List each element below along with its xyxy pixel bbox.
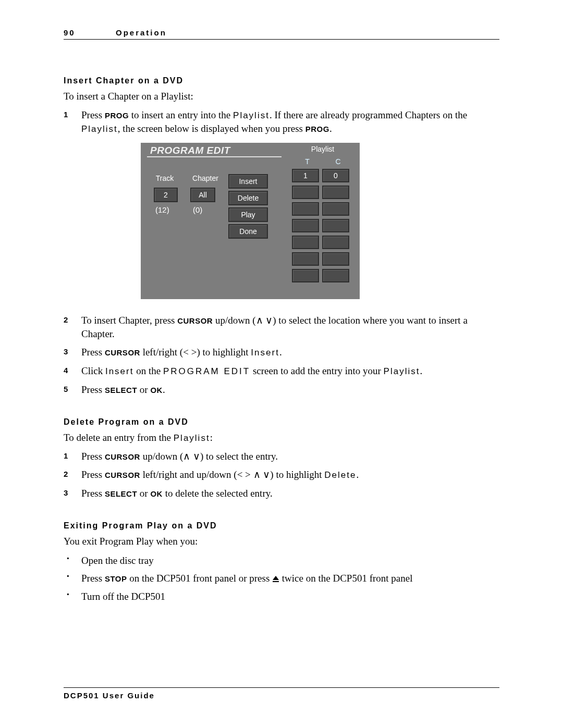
insert-steps-cont: To insert Chapter, press CURSOR up/down …	[64, 314, 499, 397]
playlist-cell-t[interactable]	[292, 236, 319, 249]
intro-insert: To insert a Chapter on a Playlist:	[64, 91, 499, 102]
chapter-total: (0)	[193, 205, 202, 214]
track-total: (12)	[155, 205, 169, 214]
playlist-row	[292, 202, 353, 216]
delete-steps: Press CURSOR up/down (∧ ∨) to select the…	[64, 450, 499, 500]
playlist-row	[292, 236, 353, 249]
playlist-row	[292, 252, 353, 266]
playlist-cell-c[interactable]	[322, 236, 349, 249]
header-rule: 90 Operation	[64, 28, 499, 40]
playlist-cell-t[interactable]	[292, 252, 319, 266]
chapter-value-box[interactable]: All	[190, 188, 215, 202]
playlist-cell-t[interactable]: 1	[292, 169, 319, 182]
playlist-header: Playlist	[292, 145, 353, 153]
playlist-cell-c[interactable]	[322, 252, 349, 266]
track-chapter-labels: Track Chapter	[150, 174, 220, 182]
playlist-row	[292, 219, 353, 232]
delete-step-2: Press CURSOR left/right and up/down (< >…	[64, 468, 499, 482]
playlist-row: 10	[292, 169, 353, 182]
page-number: 90	[64, 28, 116, 37]
heading-exit-program: Exiting Program Play on a DVD	[64, 521, 499, 530]
playlist-columns: T C	[292, 157, 353, 166]
exit-bullet-1: Open the disc tray	[64, 553, 499, 569]
svg-marker-0	[273, 576, 279, 580]
play-button[interactable]: Play	[228, 207, 268, 222]
chapter-name: Operation	[116, 28, 167, 37]
playlist-cell-c[interactable]: 0	[322, 169, 349, 182]
svg-rect-1	[273, 581, 279, 582]
insert-step-5: Press SELECT or OK.	[64, 383, 499, 397]
intro-exit: You exit Program Play when you:	[64, 536, 499, 547]
track-label: Track	[150, 174, 179, 182]
col-c: C	[323, 157, 353, 166]
playlist-cell-c[interactable]	[322, 202, 349, 216]
playlist-cell-t[interactable]	[292, 186, 319, 199]
heading-delete-program: Delete Program on a DVD	[64, 417, 499, 427]
exit-bullets: Open the disc tray Press STOP on the DCP…	[64, 553, 499, 604]
exit-bullet-2: Press STOP on the DCP501 front panel or …	[64, 571, 499, 586]
intro-delete: To delete an entry from the Playlist:	[64, 432, 499, 443]
title-underline	[147, 156, 282, 157]
playlist-row	[292, 186, 353, 199]
playlist-cell-c[interactable]	[322, 219, 349, 232]
playlist-cell-c[interactable]	[322, 269, 349, 282]
playlist-cell-t[interactable]	[292, 219, 319, 232]
track-value-box[interactable]: 2	[154, 188, 178, 202]
insert-button[interactable]: Insert	[228, 174, 268, 189]
insert-step-4: Click Insert on the PROGRAM EDIT screen …	[64, 364, 499, 378]
insert-steps: Press PROG to insert an entry into the P…	[64, 108, 499, 135]
delete-step-3: Press SELECT or OK to delete the selecte…	[64, 487, 499, 500]
heading-insert-chapter: Insert Chapter on a DVD	[64, 76, 499, 85]
insert-step-3: Press CURSOR left/right (< >) to highlig…	[64, 346, 499, 359]
program-edit-screenshot: PROGRAM EDIT Playlist T C Track Chapter …	[141, 143, 499, 299]
screen-title: PROGRAM EDIT	[150, 145, 230, 156]
delete-step-1: Press CURSOR up/down (∧ ∨) to select the…	[64, 450, 499, 463]
footer: DCP501 User Guide	[64, 687, 499, 700]
col-t: T	[292, 157, 323, 166]
playlist-cell-t[interactable]	[292, 269, 319, 282]
playlist-cell-t[interactable]	[292, 202, 319, 216]
exit-bullet-3: Turn off the DCP501	[64, 589, 499, 604]
insert-step-1: Press PROG to insert an entry into the P…	[64, 108, 499, 135]
chapter-label: Chapter	[191, 174, 220, 182]
insert-step-2: To insert Chapter, press CURSOR up/down …	[64, 314, 499, 340]
playlist-cell-c[interactable]	[322, 186, 349, 199]
eject-icon	[272, 575, 279, 583]
done-button[interactable]: Done	[228, 224, 268, 239]
playlist-row	[292, 269, 353, 282]
delete-button[interactable]: Delete	[228, 191, 268, 205]
playlist-grid: 10	[292, 169, 353, 286]
